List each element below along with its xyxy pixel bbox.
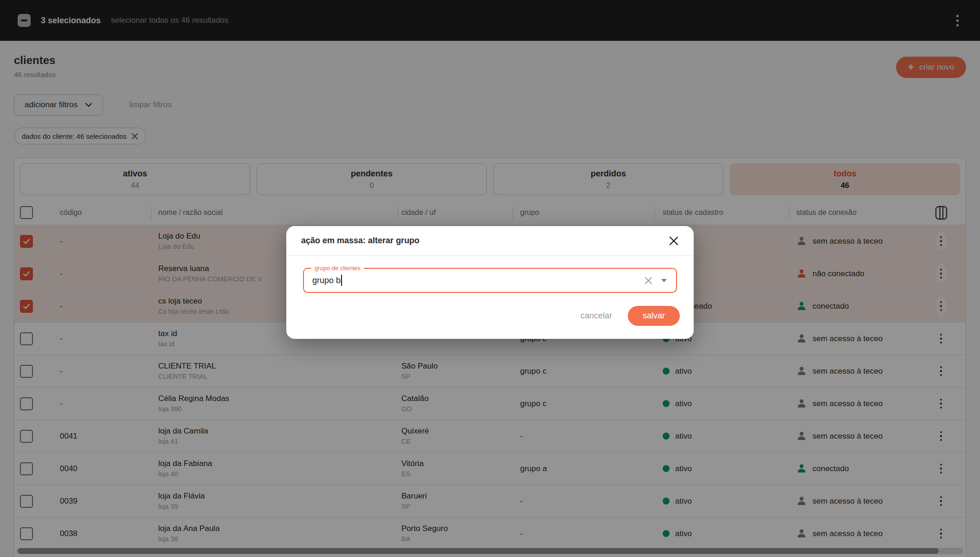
close-icon xyxy=(669,236,679,246)
cancel-button[interactable]: cancelar xyxy=(580,311,612,321)
field-clear-icon[interactable] xyxy=(644,276,653,285)
client-group-field-value: grupo b xyxy=(312,276,341,285)
modal-title: ação em massa: alterar grupo xyxy=(301,236,419,246)
modal-close-button[interactable] xyxy=(669,236,679,246)
client-group-field[interactable]: grupo de clientes grupo b xyxy=(303,268,677,293)
bulk-action-modal: ação em massa: alterar grupo grupo de cl… xyxy=(286,226,694,339)
client-group-field-label: grupo de clientes xyxy=(311,265,364,272)
save-button[interactable]: salvar xyxy=(628,306,680,326)
dropdown-arrow-icon[interactable] xyxy=(661,279,667,282)
text-cursor xyxy=(341,275,342,286)
